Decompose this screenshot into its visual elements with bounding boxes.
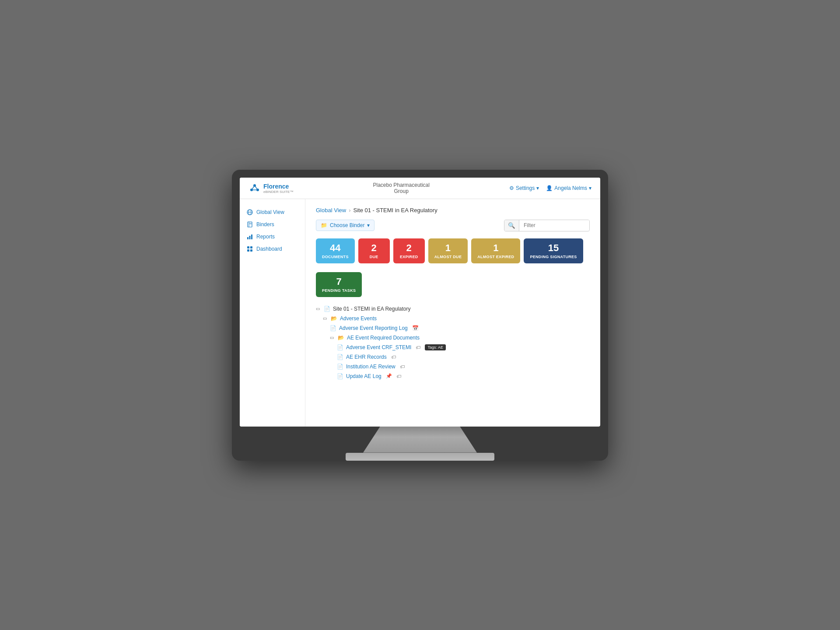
ae-ehr-records-label: AE EHR Records bbox=[346, 354, 387, 360]
globe-icon bbox=[247, 209, 253, 215]
stat-expired[interactable]: 2 EXPIRED bbox=[393, 238, 425, 263]
tree-adverse-events-folder[interactable]: ▭ 📂 Adverse Events bbox=[316, 314, 590, 323]
ae-req-toggle-icon: ▭ bbox=[330, 335, 335, 340]
tree-section: ▭ 📄 Site 01 - STEMI in EA Regulatory ▭ 📂… bbox=[316, 304, 590, 381]
search-button[interactable]: 🔍 bbox=[504, 220, 519, 231]
sidebar-item-dashboard[interactable]: Dashboard bbox=[240, 243, 305, 255]
breadcrumb-current: Site 01 - STEMI in EA Regulatory bbox=[353, 207, 437, 214]
svg-line-3 bbox=[252, 186, 255, 190]
user-menu-button[interactable]: 👤 Angela Nelms ▾ bbox=[546, 185, 592, 191]
svg-line-4 bbox=[255, 186, 258, 190]
user-chevron-icon: ▾ bbox=[589, 185, 592, 191]
tree-root[interactable]: ▭ 📄 Site 01 - STEMI in EA Regulatory bbox=[316, 304, 590, 314]
monitor: Florence eBINDER SUITE™ Placebo Pharmace… bbox=[232, 170, 608, 461]
stat-pending-sigs-number: 15 bbox=[530, 243, 577, 253]
choose-binder-button[interactable]: 📁 Choose Binder ▾ bbox=[316, 220, 374, 231]
tree-ae-ehr-records[interactable]: 📄 AE EHR Records 🏷 bbox=[316, 352, 590, 362]
gear-icon: ⚙ bbox=[509, 185, 514, 191]
svg-rect-18 bbox=[247, 249, 249, 252]
stat-almost-expired-number: 1 bbox=[477, 243, 514, 253]
pin-icon: 📌 bbox=[386, 373, 392, 379]
choose-binder-label: Choose Binder bbox=[330, 222, 364, 228]
filter-input[interactable] bbox=[519, 220, 589, 231]
stat-pending-tasks-number: 7 bbox=[322, 276, 356, 287]
stats-row2: 7 PENDING TASKS bbox=[316, 272, 590, 297]
header-company: Placebo Pharmaceutical Group bbox=[373, 182, 430, 194]
open-folder-icon: 📂 bbox=[331, 315, 337, 322]
update-ae-log-label: Update AE Log bbox=[346, 373, 382, 379]
svg-rect-16 bbox=[247, 246, 249, 248]
settings-chevron-icon: ▾ bbox=[536, 185, 539, 191]
svg-rect-14 bbox=[249, 236, 251, 239]
ae-req-folder-icon: 📂 bbox=[338, 335, 344, 341]
stat-almost-due[interactable]: 1 ALMOST DUE bbox=[428, 238, 468, 263]
tree-ae-reporting-log[interactable]: 📄 Adverse Event Reporting Log 📅 bbox=[316, 323, 590, 333]
svg-rect-9 bbox=[248, 222, 252, 227]
logo-icon bbox=[248, 182, 261, 194]
svg-rect-19 bbox=[250, 249, 252, 252]
sidebar-item-binders[interactable]: Binders bbox=[240, 218, 305, 231]
user-icon: 👤 bbox=[546, 185, 553, 191]
choose-binder-chevron: ▾ bbox=[367, 222, 370, 228]
tree-institution-ae-review[interactable]: 📄 Institution AE Review 🏷 bbox=[316, 362, 590, 371]
chart-icon bbox=[247, 234, 253, 240]
stat-documents-label: DOCUMENTS bbox=[322, 255, 349, 259]
settings-button[interactable]: ⚙ Settings ▾ bbox=[509, 185, 539, 191]
screen: Florence eBINDER SUITE™ Placebo Pharmace… bbox=[240, 178, 600, 427]
ae-required-docs-label: AE Event Required Documents bbox=[347, 335, 420, 341]
toolbar: 📁 Choose Binder ▾ 🔍 bbox=[316, 220, 590, 231]
breadcrumb-parent[interactable]: Global View bbox=[316, 207, 346, 214]
dashboard-icon bbox=[247, 246, 253, 252]
stat-due-number: 2 bbox=[364, 243, 384, 253]
folder-root-icon: 📄 bbox=[324, 306, 330, 312]
sidebar: Global View Binders bbox=[240, 199, 305, 427]
user-label: Angela Nelms bbox=[554, 185, 587, 191]
reports-label: Reports bbox=[256, 234, 275, 240]
logo-area: Florence eBINDER SUITE™ bbox=[248, 182, 293, 194]
stat-pending-sigs[interactable]: 15 PENDING SIGNATURES bbox=[524, 238, 583, 263]
filter-area: 🔍 bbox=[504, 220, 590, 231]
stats-grid: 44 DOCUMENTS 2 DUE 2 EXPIRED 1 ALMOST DU… bbox=[316, 238, 590, 263]
global-view-label: Global View bbox=[256, 209, 284, 215]
crf-doc-icon: 📄 bbox=[337, 344, 343, 350]
tree-ae-required-docs[interactable]: ▭ 📂 AE Event Required Documents bbox=[316, 333, 590, 343]
tag-icon-update: 🏷 bbox=[396, 374, 401, 379]
stat-due[interactable]: 2 DUE bbox=[358, 238, 390, 263]
dashboard-label: Dashboard bbox=[256, 246, 282, 252]
logo-text-block: Florence eBINDER SUITE™ bbox=[263, 182, 293, 194]
app-header: Florence eBINDER SUITE™ Placebo Pharmace… bbox=[240, 178, 600, 199]
logo-name: Florence bbox=[263, 183, 289, 190]
stat-almost-due-number: 1 bbox=[434, 243, 462, 253]
ae-toggle-icon: ▭ bbox=[323, 316, 328, 321]
company-name: Placebo Pharmaceutical bbox=[373, 182, 430, 188]
stat-almost-expired[interactable]: 1 ALMOST EXPIRED bbox=[471, 238, 520, 263]
svg-rect-13 bbox=[247, 237, 248, 239]
tree-update-ae-log[interactable]: 📄 Update AE Log 📌 🏷 bbox=[316, 371, 590, 381]
breadcrumb: Global View › Site 01 - STEMI in EA Regu… bbox=[316, 207, 590, 214]
tree-ae-crf-stemi[interactable]: 📄 Adverse Event CRF_STEMI 🏷 Tags: AE bbox=[316, 343, 590, 352]
stat-expired-label: EXPIRED bbox=[399, 255, 419, 259]
doc-icon: 📄 bbox=[330, 325, 336, 331]
header-right: ⚙ Settings ▾ 👤 Angela Nelms ▾ bbox=[509, 185, 592, 191]
binders-label: Binders bbox=[256, 221, 274, 228]
tree-root-label: Site 01 - STEMI in EA Regulatory bbox=[333, 306, 410, 312]
tag-icon-crf: 🏷 bbox=[416, 345, 420, 350]
stat-pending-sigs-label: PENDING SIGNATURES bbox=[530, 255, 577, 259]
institution-doc-icon: 📄 bbox=[337, 364, 343, 370]
stat-almost-expired-label: ALMOST EXPIRED bbox=[477, 255, 514, 259]
company-group: Group bbox=[373, 188, 430, 194]
tag-icon-ehr: 🏷 bbox=[391, 354, 396, 360]
stat-expired-number: 2 bbox=[399, 243, 419, 253]
tags-ae-badge: Tags: AE bbox=[425, 344, 446, 350]
sidebar-item-reports[interactable]: Reports bbox=[240, 231, 305, 243]
sidebar-item-global-view[interactable]: Global View bbox=[240, 206, 305, 218]
root-toggle-icon: ▭ bbox=[316, 306, 321, 311]
search-icon: 🔍 bbox=[508, 222, 515, 229]
stat-pending-tasks[interactable]: 7 PENDING TASKS bbox=[316, 272, 362, 297]
stat-documents[interactable]: 44 DOCUMENTS bbox=[316, 238, 355, 263]
monitor-stand bbox=[363, 427, 477, 453]
ehr-doc-icon: 📄 bbox=[337, 354, 343, 360]
calendar-icon: 📅 bbox=[412, 325, 419, 331]
tag-icon-institution: 🏷 bbox=[400, 364, 405, 369]
book-icon bbox=[247, 221, 253, 228]
